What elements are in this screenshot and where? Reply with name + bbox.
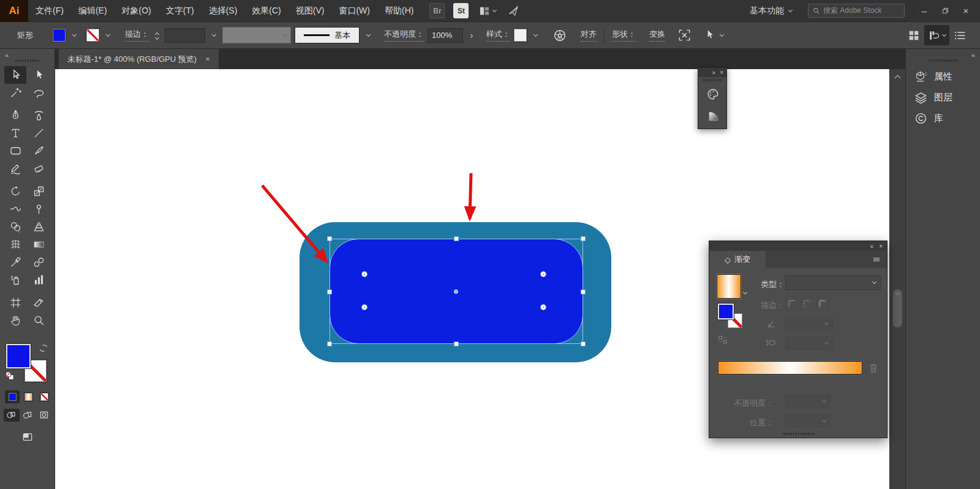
lasso-tool[interactable] <box>28 84 50 102</box>
dock-item-layers[interactable]: 图层 <box>906 87 980 108</box>
toolbar-grip[interactable] <box>15 59 40 62</box>
dock-grip[interactable] <box>929 59 957 62</box>
canvas-vertical-scrollbar[interactable] <box>889 69 905 489</box>
curvature-tool[interactable] <box>28 106 50 124</box>
artboard-tool[interactable] <box>4 294 26 312</box>
panel-close-icon[interactable]: × <box>879 243 883 250</box>
direct-selection-tool[interactable] <box>28 66 50 84</box>
default-fill-stroke-icon[interactable] <box>5 371 15 381</box>
gradient-button[interactable] <box>21 390 36 403</box>
corner-radius-widget[interactable] <box>541 305 546 310</box>
scale-tool[interactable] <box>28 182 50 200</box>
menu-item-4[interactable]: 选择(S) <box>202 0 245 22</box>
selection-handle[interactable] <box>581 342 586 346</box>
type-tool[interactable] <box>4 124 26 142</box>
panel-cycle-button[interactable] <box>924 25 949 45</box>
isolate-object-icon[interactable] <box>677 28 692 42</box>
gradient-fill-proxy[interactable] <box>718 304 734 319</box>
line-segment-tool[interactable] <box>28 124 50 142</box>
eyedropper-tool[interactable] <box>4 253 26 271</box>
color-panel-button[interactable] <box>698 83 728 105</box>
expand-panel-icon[interactable]: » <box>712 69 716 76</box>
corner-radius-widget[interactable] <box>362 305 367 310</box>
gradient-panel-resize-grip[interactable] <box>783 433 814 435</box>
style-chevron-icon[interactable] <box>530 28 540 43</box>
none-button[interactable] <box>37 390 51 403</box>
scrollbar-thumb[interactable] <box>893 289 902 327</box>
stroke-gradient-across-button[interactable] <box>816 297 829 310</box>
select-similar-icon[interactable] <box>703 28 717 42</box>
selection-center-point[interactable] <box>454 289 458 294</box>
close-button[interactable]: × <box>956 2 976 20</box>
workspace-layout-chevron-icon[interactable] <box>492 7 497 12</box>
dock-collapse-icon[interactable]: « <box>971 51 975 59</box>
selection-tool[interactable] <box>4 66 26 84</box>
select-similar-chevron-icon[interactable] <box>720 32 724 36</box>
document-tab[interactable]: 未标题-1* @ 400% (RGB/GPU 预览) × <box>59 49 219 69</box>
gradient-panel-button[interactable] <box>698 105 728 126</box>
panel-collapse-icon[interactable]: « <box>870 243 874 250</box>
stroke-weight-stepper[interactable] <box>153 31 161 39</box>
gradient-swatch[interactable] <box>717 274 741 299</box>
column-graph-tool[interactable] <box>28 271 50 289</box>
stroke-gradient-within-button[interactable] <box>785 297 799 310</box>
draw-behind-button[interactable] <box>20 409 36 422</box>
workspace-layout-icon[interactable] <box>478 5 491 17</box>
blend-tool[interactable] <box>28 253 50 271</box>
opacity-more-button[interactable]: › <box>467 28 477 43</box>
menu-item-8[interactable]: 帮助(H) <box>377 0 421 22</box>
eraser-tool[interactable] <box>28 160 50 177</box>
shape-builder-tool[interactable] <box>4 218 26 236</box>
style-swatch[interactable] <box>514 29 527 42</box>
selection-handle[interactable] <box>327 342 332 346</box>
menu-item-5[interactable]: 效果(C) <box>244 0 288 22</box>
stroke-weight-chevron-icon[interactable] <box>209 28 219 43</box>
scroll-up-icon[interactable] <box>895 75 901 81</box>
gradient-aspect-dropdown[interactable] <box>785 337 833 350</box>
menu-item-1[interactable]: 编辑(E) <box>71 0 115 22</box>
gradient-tab[interactable]: ◇ 渐变 <box>709 251 766 268</box>
fill-proxy-swatch[interactable] <box>6 344 31 368</box>
gradient-angle-dropdown[interactable] <box>785 317 833 330</box>
toolbar-collapse-icon[interactable]: « <box>5 51 9 59</box>
style-label[interactable]: 样式： <box>486 29 510 42</box>
dock-item-libraries[interactable]: 库 <box>906 108 980 129</box>
screen-mode-button[interactable] <box>16 428 39 444</box>
recolor-artwork-icon[interactable] <box>552 28 567 43</box>
brush-definition-button[interactable]: 基本 <box>295 27 360 43</box>
stroke-gradient-along-button[interactable] <box>801 297 814 310</box>
hand-tool[interactable] <box>4 312 26 329</box>
slice-tool[interactable] <box>28 294 50 312</box>
stock-icon[interactable]: St <box>453 3 469 18</box>
pen-tool[interactable] <box>4 106 26 124</box>
draw-inside-button[interactable] <box>37 409 53 422</box>
gradient-swatch-chevron-icon[interactable] <box>743 290 747 294</box>
restore-button[interactable] <box>935 2 956 20</box>
width-tool[interactable] <box>4 200 26 218</box>
gradient-slider-bar[interactable] <box>718 361 862 375</box>
workspace-grid-icon[interactable] <box>907 29 921 42</box>
stroke-weight-field[interactable] <box>165 28 205 43</box>
shaper-tool[interactable] <box>4 160 26 177</box>
align-label[interactable]: 对齐 <box>581 29 597 42</box>
reverse-gradient-icon[interactable] <box>717 334 729 345</box>
panel-menu-icon[interactable] <box>871 255 882 264</box>
stroke-weight-label[interactable]: 描边： <box>125 29 149 42</box>
bridge-icon[interactable]: Br <box>429 3 445 18</box>
stroke-color-chevron-icon[interactable] <box>103 28 113 43</box>
shape-label[interactable]: 形状： <box>612 29 636 42</box>
symbol-sprayer-tool[interactable] <box>4 271 26 289</box>
workspace-switcher[interactable]: 基本功能 <box>750 6 792 17</box>
corner-radius-widget[interactable] <box>541 272 546 277</box>
opacity-field[interactable]: 100% <box>428 28 463 43</box>
puppet-warp-tool[interactable] <box>28 200 50 218</box>
selection-handle[interactable] <box>454 342 459 346</box>
menu-item-0[interactable]: 文件(F) <box>28 0 71 22</box>
variable-width-profile-dropdown[interactable] <box>222 27 291 43</box>
menu-item-6[interactable]: 视图(V) <box>288 0 332 22</box>
fill-color-swatch[interactable] <box>53 29 66 42</box>
draw-normal-button[interactable] <box>4 409 20 422</box>
dock-item-properties[interactable]: 属性 <box>906 66 980 87</box>
close-panel-icon[interactable]: × <box>720 69 723 76</box>
minimize-button[interactable]: – <box>914 2 935 20</box>
